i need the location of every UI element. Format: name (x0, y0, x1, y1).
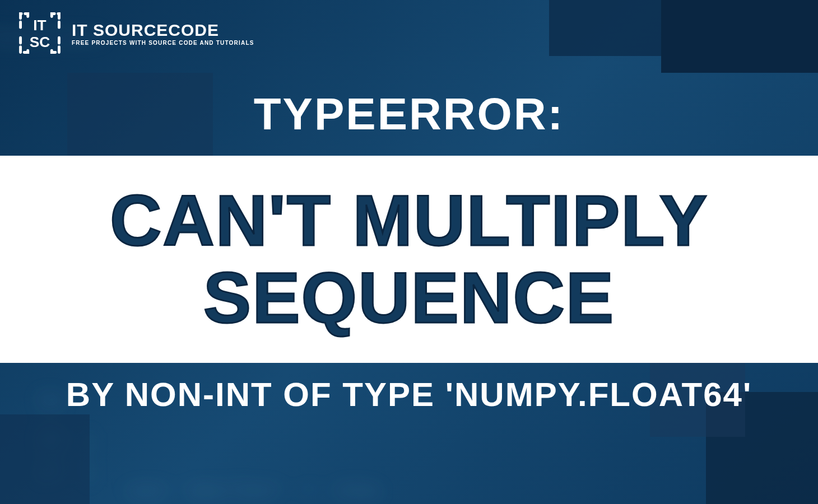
brand-title: IT SOURCECODE (72, 21, 254, 40)
decorative-square (0, 414, 90, 504)
headline-line2a: CAN'T MULTIPLY (110, 182, 708, 259)
decorative-square (549, 0, 661, 56)
headline-band: CAN'T MULTIPLY SEQUENCE (0, 156, 818, 363)
brand-subtitle: FREE PROJECTS WITH SOURCE CODE AND TUTOR… (72, 40, 254, 46)
headline-line1: TYPEERROR: (0, 88, 818, 140)
brand-icon: IT SC (17, 10, 63, 56)
svg-text:SC: SC (30, 34, 50, 50)
bg-code-line: var marker = new (123, 476, 382, 504)
brand-logo: IT SC IT SOURCECODE FREE PROJECTS WITH S… (17, 10, 254, 56)
headline-line3: BY NON-INT OF TYPE 'NUMPY.FLOAT64' (0, 375, 818, 414)
svg-text:IT: IT (33, 17, 46, 34)
brand-text: IT SOURCECODE FREE PROJECTS WITH SOURCE … (72, 21, 254, 46)
headline-line2b: SEQUENCE (203, 259, 615, 337)
decorative-square (661, 0, 818, 73)
